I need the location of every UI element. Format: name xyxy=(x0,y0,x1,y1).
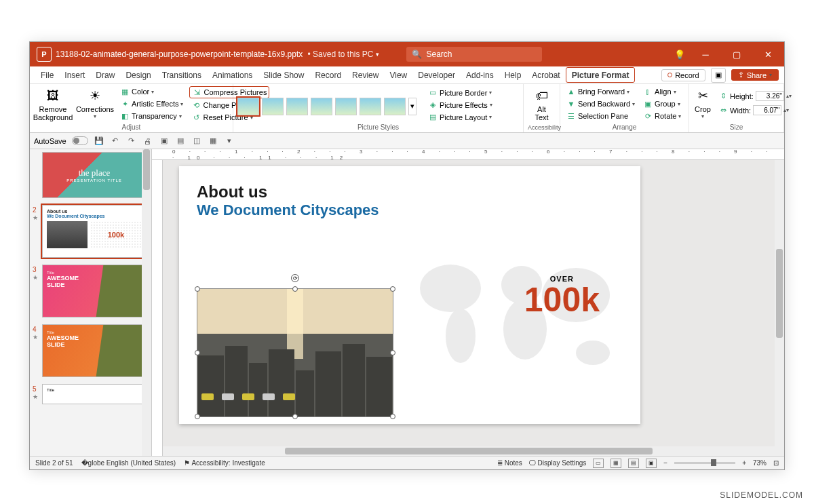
transparency-button[interactable]: ◧Transparency ▾ xyxy=(118,111,185,121)
send-backward-button[interactable]: ▼Send Backward ▾ xyxy=(564,98,637,109)
group-button[interactable]: ▣Group ▾ xyxy=(641,98,683,109)
canvas-horizontal-scrollbar[interactable] xyxy=(163,446,775,456)
resize-handle[interactable] xyxy=(292,286,298,292)
gallery-more-button[interactable]: ▾ xyxy=(408,98,416,115)
style-thumb-5[interactable] xyxy=(335,98,357,115)
tab-view[interactable]: View xyxy=(384,66,412,84)
picture-styles-gallery[interactable]: ▾ xyxy=(237,95,416,115)
tab-review[interactable]: Review xyxy=(347,66,384,84)
tab-draw[interactable]: Draw xyxy=(90,66,120,84)
redo-icon[interactable]: ↷ xyxy=(126,136,137,147)
tab-design[interactable]: Design xyxy=(120,66,156,84)
undo-icon[interactable]: ↶ xyxy=(110,136,121,147)
maximize-button[interactable]: ▢ xyxy=(726,45,748,63)
selected-image[interactable]: ⟳ xyxy=(197,288,393,417)
resize-handle[interactable] xyxy=(292,414,298,419)
resize-handle[interactable] xyxy=(195,286,200,292)
tab-animations[interactable]: Animations xyxy=(207,66,258,84)
tab-slide-show[interactable]: Slide Show xyxy=(258,66,309,84)
chevron-down-icon[interactable]: ▾ xyxy=(376,51,379,58)
present-button[interactable]: ▣ xyxy=(711,68,726,83)
align-button[interactable]: ⫿Align ▾ xyxy=(641,86,683,97)
width-field[interactable]: ⇔Width: ▴▾ xyxy=(716,104,794,116)
height-input[interactable] xyxy=(756,91,784,101)
slide-counter[interactable]: Slide 2 of 51 xyxy=(35,459,73,467)
zoom-slider[interactable] xyxy=(674,462,735,464)
resize-handle[interactable] xyxy=(390,414,395,419)
qat-icon-2[interactable]: ▣ xyxy=(159,136,170,147)
color-button[interactable]: ▦Color ▾ xyxy=(118,86,185,97)
notes-button[interactable]: ≣ Notes xyxy=(497,459,522,467)
slide-canvas[interactable]: 0 · · · 1 · · · 2 · · · 3 · · · 4 · · · … xyxy=(152,149,784,456)
resize-handle[interactable] xyxy=(195,414,200,419)
stat-block[interactable]: OVER 100k xyxy=(524,275,600,317)
corrections-button[interactable]: ☀Corrections▾ xyxy=(76,86,114,121)
tab-addins[interactable]: Add-ins xyxy=(461,66,499,84)
resize-handle[interactable] xyxy=(390,350,395,355)
slide-thumbnail-panel[interactable]: the placePRESENTATION TITLE 2★ About usW… xyxy=(30,149,152,456)
tab-record[interactable]: Record xyxy=(309,66,347,84)
style-thumb-4[interactable] xyxy=(311,98,332,115)
tab-help[interactable]: Help xyxy=(499,66,527,84)
picture-border-button[interactable]: ▭Picture Border ▾ xyxy=(426,88,495,98)
tab-file[interactable]: File xyxy=(35,66,59,84)
save-icon[interactable]: 💾 xyxy=(94,136,104,147)
alt-text-button[interactable]: 🏷Alt Text xyxy=(528,86,556,123)
thumb-slide-2[interactable]: 2★ About usWe Document Cityscapes100k xyxy=(34,205,147,258)
search-input[interactable] xyxy=(426,50,537,59)
document-filename[interactable]: 13188-02-animated-general-purpose-powerp… xyxy=(56,50,303,59)
tab-developer[interactable]: Developer xyxy=(412,66,461,84)
thumb-slide-3[interactable]: 3★ TitleAWESOME SLIDE xyxy=(34,265,147,317)
reading-view-button[interactable]: ▤ xyxy=(628,459,639,468)
share-button[interactable]: ⇪Share▾ xyxy=(731,69,779,81)
close-button[interactable]: ✕ xyxy=(757,45,779,63)
accessibility-status[interactable]: ⚑ Accessibility: Investigate xyxy=(184,459,265,467)
save-status[interactable]: • Saved to this PC xyxy=(305,50,373,59)
style-thumb-7[interactable] xyxy=(384,98,406,115)
thumb-slide-5[interactable]: 5★ Title xyxy=(34,384,147,404)
tab-acrobat[interactable]: Acrobat xyxy=(526,66,565,84)
picture-effects-button[interactable]: ◈Picture Effects ▾ xyxy=(426,100,495,111)
style-thumb-6[interactable] xyxy=(360,98,381,115)
slide-subtitle[interactable]: We Document Cityscapes xyxy=(197,201,623,219)
fit-to-window-button[interactable]: ⊡ xyxy=(773,459,779,467)
scroll-handle[interactable] xyxy=(285,448,652,454)
rotate-button[interactable]: ⟳Rotate ▾ xyxy=(641,111,683,121)
qat-icon-5[interactable]: ▦ xyxy=(208,136,218,147)
thumb-slide-4[interactable]: 4★ TitleAWESOME SLIDE xyxy=(34,324,147,377)
autosave-toggle[interactable] xyxy=(72,136,88,145)
slide-title[interactable]: About us xyxy=(197,182,623,201)
thumb-scroll-handle[interactable] xyxy=(143,149,150,190)
slideshow-view-button[interactable]: ▣ xyxy=(646,459,657,468)
zoom-level[interactable]: 73% xyxy=(753,459,767,467)
qat-icon-1[interactable]: 🖨 xyxy=(142,136,153,147)
resize-handle[interactable] xyxy=(195,350,200,355)
artistic-effects-button[interactable]: ✦Artistic Effects ▾ xyxy=(118,98,185,109)
selection-pane-button[interactable]: ☰Selection Pane xyxy=(564,111,637,121)
language-indicator[interactable]: �globe English (United States) xyxy=(81,459,176,467)
scroll-handle[interactable] xyxy=(776,249,783,338)
resize-handle[interactable] xyxy=(390,286,395,292)
record-button[interactable]: Record xyxy=(661,69,705,81)
zoom-slider-handle[interactable] xyxy=(711,459,716,466)
tab-picture-format[interactable]: Picture Format xyxy=(566,67,636,83)
thumb-scrollbar[interactable] xyxy=(142,149,151,456)
slide-content[interactable]: About us We Document Cityscapes OVER 100… xyxy=(179,166,640,424)
qat-icon-3[interactable]: ▤ xyxy=(175,136,186,147)
height-field[interactable]: ⇕Height: ▴▾ xyxy=(716,90,794,102)
canvas-vertical-scrollbar[interactable] xyxy=(775,160,784,456)
qat-more-icon[interactable]: ▾ xyxy=(224,136,235,147)
style-thumb-3[interactable] xyxy=(286,98,308,115)
display-settings-button[interactable]: 🖵 Display Settings xyxy=(529,459,586,467)
minimize-button[interactable]: ─ xyxy=(695,45,716,63)
tab-transitions[interactable]: Transitions xyxy=(157,66,207,84)
rotate-handle-icon[interactable]: ⟳ xyxy=(291,274,299,282)
normal-view-button[interactable]: ▭ xyxy=(593,459,604,468)
qat-icon-4[interactable]: ◫ xyxy=(191,136,202,147)
style-thumb-2[interactable] xyxy=(262,98,284,115)
search-box[interactable]: 🔍 xyxy=(406,47,542,62)
bring-forward-button[interactable]: ▲Bring Forward ▾ xyxy=(564,86,637,97)
zoom-in-button[interactable]: + xyxy=(742,459,746,467)
lightbulb-icon[interactable]: 💡 xyxy=(674,50,685,60)
picture-layout-button[interactable]: ▤Picture Layout ▾ xyxy=(426,112,495,123)
